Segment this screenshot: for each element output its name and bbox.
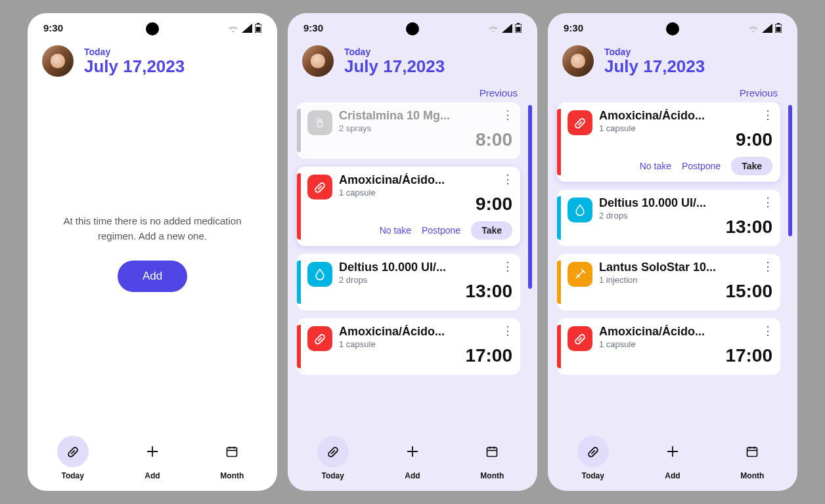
svg-line-17: [318, 337, 322, 341]
med-time: 17:00: [339, 345, 512, 366]
med-card[interactable]: Amoxicina/Ácido...1 capsule17:00⋮: [297, 318, 520, 375]
nav-today[interactable]: Today: [553, 436, 633, 480]
more-icon[interactable]: ⋮: [502, 173, 514, 185]
pill-icon: [307, 326, 332, 351]
med-card[interactable]: Amoxicina/Ácido...1 capsule9:00No takePo…: [557, 102, 780, 182]
more-icon[interactable]: ⋮: [502, 325, 514, 337]
more-icon[interactable]: ⋮: [762, 109, 774, 121]
status-time: 9:30: [303, 22, 323, 33]
nav-today-label: Today: [61, 471, 83, 480]
nav-today[interactable]: Today: [293, 436, 372, 480]
med-card[interactable]: Deltius 10.000 UI/...2 drops13:00⋮: [557, 190, 780, 246]
phone-screen-list-a: 9:30 Today July 17,2023 Previous Cristal…: [288, 13, 537, 491]
scrollbar[interactable]: [788, 105, 792, 236]
med-time: 8:00: [339, 129, 512, 150]
calendar-icon: [476, 436, 508, 467]
scrollbar[interactable]: [528, 105, 532, 289]
take-button[interactable]: Take: [471, 221, 512, 240]
nav-month-label: Month: [740, 471, 764, 480]
card-accent: [557, 325, 561, 368]
header-date: July 17,2023: [604, 57, 705, 76]
previous-link[interactable]: Previous: [288, 81, 537, 102]
camera-punch: [666, 22, 679, 35]
pill-icon: [568, 110, 592, 135]
svg-rect-9: [318, 121, 323, 127]
bottom-nav: Today Add Month: [28, 425, 277, 491]
med-title: Amoxicina/Ácido...: [599, 325, 772, 339]
nav-month[interactable]: Month: [713, 436, 792, 480]
med-title: Amoxicina/Ácido...: [339, 325, 512, 339]
svg-point-11: [315, 118, 317, 119]
med-title: Deltius 10.000 UI/...: [339, 261, 512, 274]
svg-rect-20: [487, 448, 497, 456]
more-icon[interactable]: ⋮: [502, 109, 514, 121]
nav-month-label: Month: [220, 471, 244, 480]
med-title: Amoxicina/Ácido...: [339, 173, 512, 187]
nav-add[interactable]: Add: [112, 436, 192, 480]
med-card[interactable]: Cristalmina 10 Mg...2 sprays8:00⋮: [297, 102, 520, 159]
med-card[interactable]: Amoxicina/Ácido...1 capsule17:00⋮: [557, 318, 780, 375]
header-date: July 17,2023: [84, 57, 185, 76]
status-icons: [227, 23, 261, 33]
svg-point-12: [317, 117, 319, 119]
header: Today July 17,2023: [288, 37, 537, 81]
bottom-nav: Today Add Month: [288, 425, 537, 491]
med-card[interactable]: Lantus SoloStar 10...1 injection15:00⋮: [557, 254, 780, 310]
med-time: 13:00: [339, 281, 512, 302]
previous-link[interactable]: Previous: [548, 81, 797, 102]
svg-line-27: [578, 337, 582, 341]
header: Today July 17,2023: [28, 37, 277, 81]
pill-icon: [577, 436, 609, 467]
take-button[interactable]: Take: [731, 157, 772, 175]
battery-icon: [255, 23, 261, 33]
calendar-icon: [736, 436, 768, 467]
plus-icon: [657, 436, 688, 467]
more-icon[interactable]: ⋮: [762, 325, 774, 337]
drop-icon: [307, 262, 332, 287]
nav-month[interactable]: Month: [192, 436, 272, 480]
card-accent: [297, 325, 301, 368]
signal-icon: [242, 24, 252, 33]
nav-add-label: Add: [145, 471, 160, 480]
more-icon[interactable]: ⋮: [502, 261, 514, 272]
phone-screen-empty: 9:30 Today July 17,2023 At this time the…: [28, 13, 277, 491]
nav-month[interactable]: Month: [453, 436, 532, 480]
nav-add[interactable]: Add: [633, 436, 712, 480]
svg-rect-2: [256, 27, 261, 32]
header-label: Today: [344, 47, 445, 57]
phone-screen-list-b: 9:30 Today July 17,2023 Previous Amoxici…: [548, 13, 797, 491]
empty-state: At this time there is no added medicatio…: [28, 81, 277, 425]
card-accent: [297, 173, 301, 240]
med-title: Cristalmina 10 Mg...: [339, 109, 512, 123]
add-button[interactable]: Add: [118, 261, 187, 292]
nav-add[interactable]: Add: [372, 436, 452, 480]
more-icon[interactable]: ⋮: [762, 196, 774, 208]
nav-month-label: Month: [480, 471, 504, 480]
no-take-button[interactable]: No take: [640, 161, 671, 171]
nav-today[interactable]: Today: [33, 436, 112, 480]
card-accent: [557, 261, 561, 304]
med-card[interactable]: Amoxicina/Ácido...1 capsule9:00No takePo…: [297, 167, 520, 246]
nav-today-label: Today: [321, 471, 344, 480]
postpone-button[interactable]: Postpone: [682, 161, 721, 171]
svg-rect-1: [257, 23, 259, 24]
status-icons: [487, 23, 522, 33]
pill-icon: [568, 326, 592, 351]
svg-line-4: [71, 450, 75, 454]
svg-point-13: [315, 121, 317, 122]
avatar[interactable]: [42, 45, 74, 77]
nav-add-label: Add: [405, 471, 420, 480]
postpone-button[interactable]: Postpone: [422, 225, 460, 236]
svg-rect-10: [319, 119, 321, 121]
svg-rect-8: [516, 27, 521, 32]
avatar[interactable]: [302, 45, 334, 77]
med-list: Cristalmina 10 Mg...2 sprays8:00⋮Amoxici…: [288, 102, 537, 425]
camera-punch: [146, 22, 159, 35]
med-card[interactable]: Deltius 10.000 UI/...2 drops13:00⋮: [297, 254, 520, 310]
no-take-button[interactable]: No take: [380, 225, 411, 236]
med-time: 9:00: [599, 129, 772, 150]
status-time: 9:30: [43, 22, 63, 33]
avatar[interactable]: [562, 45, 594, 77]
wifi-icon: [487, 24, 499, 33]
more-icon[interactable]: ⋮: [762, 261, 774, 272]
